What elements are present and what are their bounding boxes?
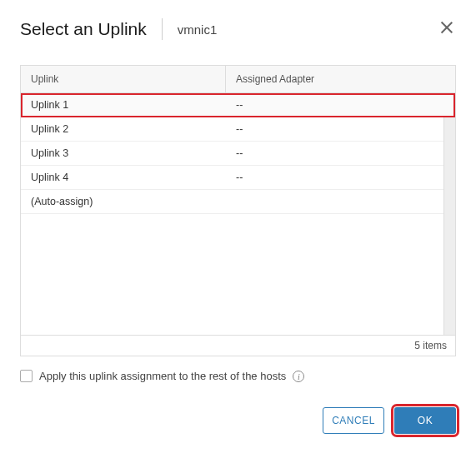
- table-header: Uplink Assigned Adapter: [21, 66, 455, 93]
- cell-adapter: --: [226, 142, 455, 165]
- uplink-table: Uplink Assigned Adapter Uplink 1 -- Upli…: [20, 65, 456, 356]
- apply-checkbox[interactable]: [20, 370, 33, 382]
- select-uplink-dialog: Select an Uplink vmnic1 Uplink Assigned …: [0, 0, 476, 451]
- cancel-button[interactable]: CANCEL: [323, 407, 384, 434]
- table-footer: 5 items: [21, 335, 455, 356]
- column-header-uplink[interactable]: Uplink: [21, 66, 226, 92]
- column-header-adapter[interactable]: Assigned Adapter: [226, 66, 455, 92]
- apply-label: Apply this uplink assignment to the rest…: [39, 370, 286, 382]
- table-row[interactable]: Uplink 3 --: [21, 142, 455, 166]
- ok-button[interactable]: OK: [394, 407, 456, 434]
- info-icon[interactable]: i: [293, 371, 304, 382]
- table-row[interactable]: (Auto-assign): [21, 190, 455, 214]
- cell-uplink: Uplink 1: [21, 93, 226, 117]
- dialog-title: Select an Uplink: [20, 19, 147, 39]
- table-body: Uplink 1 -- Uplink 2 -- Uplink 3 -- Upli…: [21, 93, 455, 335]
- table-row[interactable]: Uplink 1 --: [21, 93, 455, 117]
- cell-uplink: (Auto-assign): [21, 190, 226, 213]
- dialog-header: Select an Uplink vmnic1: [20, 18, 456, 40]
- cell-adapter: --: [226, 93, 455, 117]
- dialog-footer: CANCEL OK: [20, 407, 456, 434]
- cell-uplink: Uplink 3: [21, 142, 226, 165]
- scrollbar[interactable]: [443, 93, 455, 335]
- header-divider: [162, 18, 163, 40]
- table-row[interactable]: Uplink 2 --: [21, 117, 455, 142]
- cell-adapter: --: [226, 117, 455, 141]
- table-row[interactable]: Uplink 4 --: [21, 166, 455, 190]
- apply-option: Apply this uplink assignment to the rest…: [20, 370, 456, 382]
- close-icon[interactable]: [439, 20, 454, 35]
- cell-adapter: [226, 190, 455, 213]
- cell-uplink: Uplink 4: [21, 166, 226, 189]
- cell-uplink: Uplink 2: [21, 117, 226, 141]
- cell-adapter: --: [226, 166, 455, 189]
- dialog-subtitle: vmnic1: [178, 22, 218, 37]
